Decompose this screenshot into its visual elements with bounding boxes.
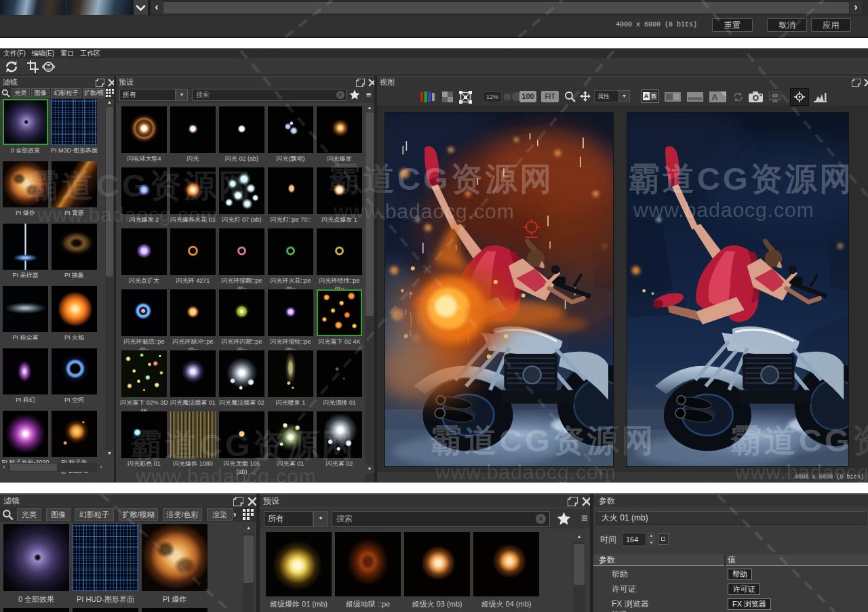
- svg-text:A: A: [711, 92, 718, 102]
